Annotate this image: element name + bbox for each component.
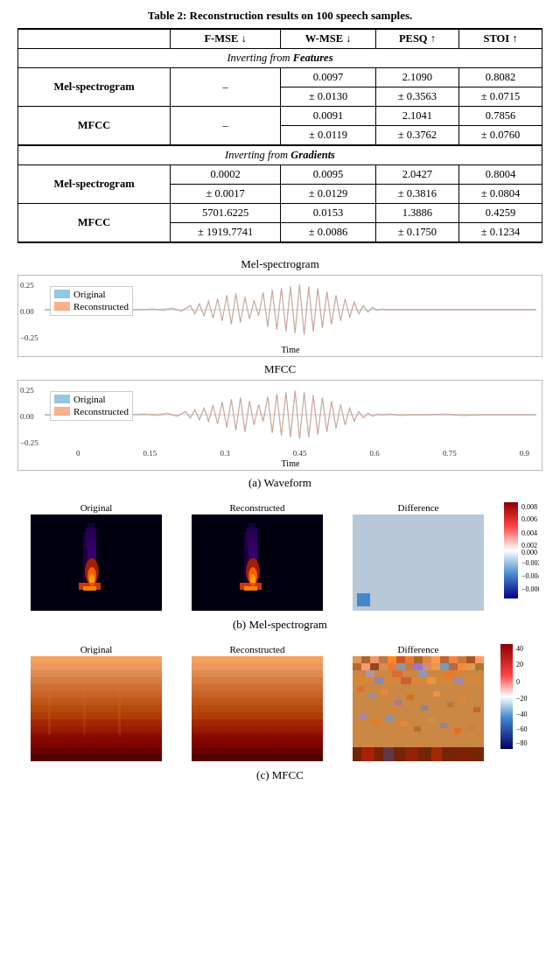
- svg-text:40: 40: [516, 645, 523, 653]
- svg-rect-129: [454, 728, 461, 733]
- svg-rect-97: [449, 663, 458, 670]
- svg-rect-105: [444, 670, 455, 677]
- gradients-header: Inverting from Gradients: [18, 145, 542, 165]
- row-mfcc-features: MFCC – 0.0091 2.1041 0.7856: [18, 107, 542, 126]
- svg-rect-60: [192, 691, 323, 698]
- fmse-mfcc-gradients-2: ± 1919.7741: [171, 223, 281, 243]
- col-header-stoi: STOI ↑: [458, 29, 542, 49]
- mfcc-original-image: [18, 656, 175, 761]
- svg-text:−20: −20: [516, 695, 528, 703]
- svg-text:−60: −60: [516, 725, 528, 733]
- mfcc-figure: Original: [18, 644, 542, 782]
- waveform-mfcc-legend: Original Reconstructed: [50, 391, 133, 421]
- svg-rect-95: [431, 663, 440, 670]
- svg-text:−0.002: −0.002: [522, 559, 539, 567]
- stoi-mel-features-2: ± 0.0715: [458, 88, 542, 107]
- mel-image-grid: Original: [18, 502, 542, 614]
- svg-rect-109: [427, 677, 436, 684]
- mel-original-image: [18, 514, 175, 611]
- mel-spectrogram-caption: (b) Mel-spectrogram: [18, 618, 542, 632]
- svg-rect-48: [31, 740, 162, 747]
- svg-rect-115: [395, 700, 402, 705]
- svg-text:0: 0: [516, 678, 520, 686]
- stoi-mel-features-1: 0.8082: [458, 68, 542, 88]
- svg-rect-55: [192, 656, 323, 663]
- label-mfcc-gradients: MFCC: [18, 204, 171, 243]
- fmse-mel-gradients-2: ± 0.0017: [171, 185, 281, 204]
- section-header-gradients: Inverting from Gradients: [18, 145, 542, 165]
- stoi-mel-gradients-1: 0.8004: [458, 165, 542, 185]
- stoi-mel-gradients-2: ± 0.0804: [458, 185, 542, 204]
- stoi-mfcc-gradients-2: ± 0.1234: [458, 223, 542, 243]
- svg-rect-130: [468, 724, 475, 730]
- wmse-mel-gradients-1: 0.0095: [281, 165, 376, 185]
- svg-rect-135: [431, 747, 442, 761]
- mfcc-image-grid: Original: [18, 644, 542, 765]
- pesq-mel-gradients-2: ± 0.3816: [375, 185, 458, 204]
- svg-text:−40: −40: [516, 710, 528, 718]
- svg-rect-90: [388, 663, 396, 670]
- svg-rect-86: [353, 663, 361, 670]
- svg-rect-53: [118, 687, 121, 735]
- table-caption: Table 2: Reconstruction results on 100 s…: [18, 9, 542, 23]
- svg-text:0.000: 0.000: [522, 549, 537, 556]
- pesq-mfcc-gradients-2: ± 0.1750: [375, 223, 458, 243]
- svg-text:−0.004: −0.004: [522, 572, 539, 580]
- mel-colorbar: 0.008 0.006 0.004 0.002 0.000 −0.002 −0.…: [500, 502, 542, 598]
- mfcc-colorbar-svg: 40 20 0 −20 −40 −60 −80: [500, 644, 542, 749]
- svg-rect-118: [433, 691, 440, 696]
- svg-rect-65: [192, 726, 323, 733]
- mel-original-title: Original: [18, 502, 175, 513]
- svg-rect-106: [353, 677, 484, 684]
- mel-colorbar-svg: 0.008 0.006 0.004 0.002 0.000 −0.002 −0.…: [504, 502, 539, 598]
- col-header-pesq: PESQ ↑: [375, 29, 458, 49]
- legend-reconstructed-mel: Reconstructed: [54, 301, 129, 312]
- row-mfcc-gradients: MFCC 5701.6225 0.0153 1.3886 0.4259: [18, 204, 542, 223]
- legend-reconstructed-mfcc-color: [54, 407, 70, 416]
- wmse-mfcc-gradients-1: 0.0153: [281, 204, 376, 223]
- svg-rect-21: [248, 523, 256, 536]
- legend-reconstructed-color: [54, 302, 70, 311]
- col-header-empty: [18, 29, 171, 49]
- section-header-features: Inverting from Features: [18, 49, 542, 68]
- mel-reconstructed-title: Reconstructed: [178, 502, 336, 513]
- svg-rect-96: [440, 663, 449, 670]
- svg-rect-91: [396, 663, 405, 670]
- svg-rect-71: [353, 656, 361, 663]
- svg-rect-38: [31, 670, 162, 677]
- mel-difference-image: [340, 514, 497, 611]
- mfcc-reconstructed-title: Reconstructed: [178, 644, 336, 654]
- waveform-mfcc-title: MFCC: [18, 362, 542, 376]
- page: Table 2: Reconstruction results on 100 s…: [0, 0, 560, 803]
- mel-difference-title: Difference: [340, 502, 497, 513]
- row-mel-gradients: Mel-spectrogram 0.0002 0.0095 2.0427 0.8…: [18, 165, 542, 185]
- svg-rect-57: [192, 670, 323, 677]
- svg-rect-125: [401, 721, 408, 726]
- fmse-mel-features: –: [171, 68, 281, 107]
- svg-rect-94: [423, 663, 431, 670]
- wmse-mel-features-2: ± 0.0130: [281, 88, 376, 107]
- svg-rect-87: [361, 663, 370, 670]
- svg-rect-74: [379, 656, 388, 663]
- waveform-figure: Mel-spectrogram 0.25 0.00 −0.25: [18, 257, 542, 490]
- svg-rect-68: [192, 748, 323, 755]
- pesq-mel-gradients-1: 2.0427: [375, 165, 458, 185]
- svg-text:−80: −80: [516, 739, 528, 747]
- svg-rect-93: [414, 663, 423, 670]
- mfcc-original-title: Original: [18, 644, 175, 654]
- features-header: Inverting from Features: [18, 49, 542, 68]
- svg-rect-121: [473, 707, 480, 712]
- svg-rect-63: [192, 712, 323, 719]
- svg-rect-69: [192, 754, 323, 761]
- svg-rect-99: [466, 663, 475, 670]
- mel-reconstructed-image: [178, 514, 336, 611]
- mfcc-reconstructed-cell: Reconstructed: [178, 644, 336, 765]
- x-ticks-mfcc: 0 0.15 0.3 0.45 0.6 0.75 0.9: [76, 449, 529, 458]
- svg-rect-120: [459, 696, 466, 702]
- pesq-mel-features-2: ± 0.3563: [375, 88, 458, 107]
- svg-rect-92: [405, 663, 414, 670]
- svg-rect-76: [396, 656, 405, 663]
- svg-rect-51: [48, 691, 51, 735]
- svg-rect-80: [431, 656, 440, 663]
- mfcc-original-cell: Original: [18, 644, 175, 765]
